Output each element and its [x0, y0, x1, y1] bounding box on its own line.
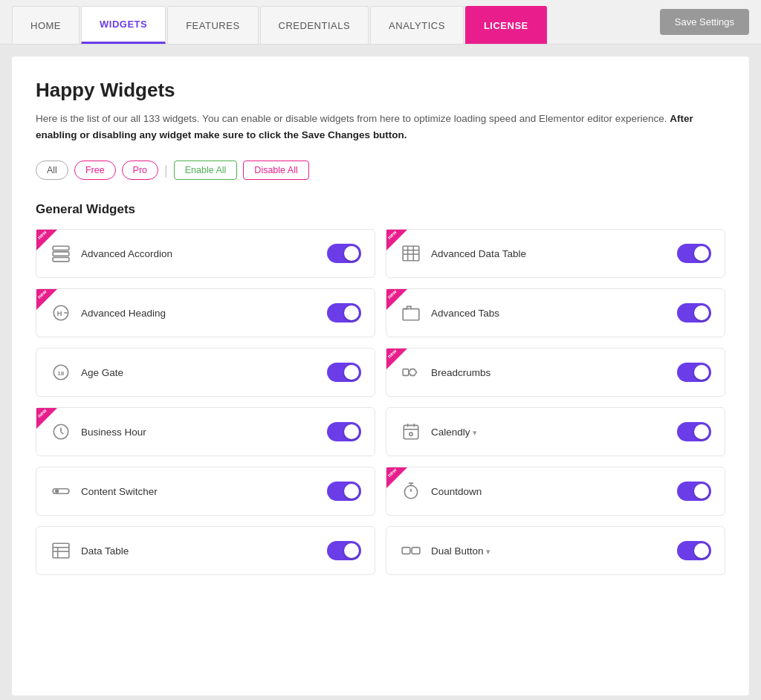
pro-badge: new [386, 230, 407, 250]
nav-tab-credentials[interactable]: CREDENTIALS [260, 6, 369, 44]
svg-rect-14 [403, 369, 409, 376]
page-description-text: Here is the list of our all 133 widgets.… [36, 113, 667, 124]
filter-free-button[interactable]: Free [74, 161, 116, 180]
disable-all-button[interactable]: Disable All [243, 161, 308, 180]
filter-row: All Free Pro | Enable All Disable All [36, 161, 725, 180]
widget-icon-content-switcher [50, 480, 72, 502]
widget-card-advanced-accordion: new Advanced Accordion [36, 229, 375, 278]
widget-card-age-gate: 18 Age Gate [36, 348, 375, 397]
nav-tab-widgets[interactable]: WIDGETS [81, 6, 166, 44]
widget-toggle-data-table[interactable] [327, 541, 361, 560]
svg-point-24 [55, 489, 59, 493]
section-heading: General Widgets [36, 202, 725, 217]
widget-card-calendly: Calendly ▾ [386, 407, 725, 456]
svg-rect-32 [402, 548, 410, 554]
widget-left-dual-button: Dual Button ▾ [400, 539, 490, 562]
widget-toggle-advanced-data-table[interactable] [677, 244, 711, 263]
pro-badge: new [36, 408, 57, 429]
svg-rect-1 [53, 252, 69, 256]
widget-card-advanced-heading: new H Advanced Heading [36, 288, 375, 337]
widget-left-calendly: Calendly ▾ [400, 421, 477, 443]
filter-divider: | [164, 163, 168, 178]
pro-badge: new [386, 467, 407, 488]
widget-left-advanced-tabs: Advanced Tabs [400, 302, 499, 324]
widget-left-advanced-data-table: Advanced Data Table [400, 242, 526, 265]
svg-rect-33 [412, 548, 420, 554]
nav-tab-features[interactable]: FEATURES [167, 6, 258, 44]
widget-toggle-age-gate[interactable] [327, 363, 361, 382]
widget-toggle-dual-button[interactable] [677, 541, 711, 560]
widget-card-breadcrumbs: new Breadcrumbs [386, 348, 725, 397]
svg-line-17 [61, 432, 63, 434]
nav-tab-analytics[interactable]: ANALYTICS [370, 6, 464, 44]
widget-toggle-calendly[interactable] [677, 422, 711, 441]
filter-pro-button[interactable]: Pro [122, 161, 158, 180]
svg-text:18: 18 [57, 371, 65, 377]
widget-name-content-switcher: Content Switcher [81, 486, 158, 497]
widget-name-advanced-heading: Advanced Heading [81, 308, 166, 319]
widget-left-data-table: Data Table [50, 539, 129, 562]
widget-name-advanced-tabs: Advanced Tabs [431, 308, 499, 319]
widget-left-countdown: Countdown [400, 480, 482, 502]
svg-point-22 [409, 432, 412, 435]
page-description: Here is the list of our all 133 widgets.… [36, 111, 725, 143]
save-settings-button[interactable]: Save Settings [660, 9, 749, 35]
widget-name-advanced-accordion: Advanced Accordion [81, 248, 172, 259]
widget-icon-dual-button [400, 539, 422, 562]
widget-name-data-table: Data Table [81, 545, 129, 557]
widget-name-dual-button: Dual Button ▾ [431, 545, 490, 557]
pro-badge: new [36, 289, 57, 310]
pro-badge: new [36, 230, 57, 250]
widget-card-advanced-tabs: new Advanced Tabs [386, 288, 725, 337]
widget-left-business-hour: Business Hour [50, 421, 146, 443]
widget-name-age-gate: Age Gate [81, 367, 123, 378]
page-title: Happy Widgets [36, 79, 725, 102]
widget-left-breadcrumbs: Breadcrumbs [400, 361, 490, 383]
widget-toggle-content-switcher[interactable] [327, 482, 361, 501]
widget-toggle-business-hour[interactable] [327, 422, 361, 441]
widget-left-advanced-accordion: Advanced Accordion [50, 242, 172, 265]
widget-toggle-advanced-tabs[interactable] [677, 303, 711, 323]
nav-tabs: HOMEWIDGETSFEATURESCREDENTIALSANALYTICSL… [12, 0, 547, 44]
svg-rect-11 [403, 309, 419, 320]
svg-rect-2 [53, 258, 69, 262]
widget-grid: new Advanced Accordion new Advanced Data… [36, 229, 725, 575]
enable-all-button[interactable]: Enable All [174, 161, 238, 180]
widget-left-content-switcher: Content Switcher [50, 480, 158, 502]
widget-card-countdown: new Countdown [386, 467, 725, 516]
pro-badge: new [386, 289, 407, 310]
widget-icon-calendly [400, 421, 422, 443]
widget-left-advanced-heading: H Advanced Heading [50, 302, 166, 324]
widget-card-dual-button: Dual Button ▾ [386, 526, 725, 575]
top-navigation: HOMEWIDGETSFEATURESCREDENTIALSANALYTICSL… [0, 0, 761, 45]
widget-name-countdown: Countdown [431, 486, 482, 497]
svg-rect-28 [53, 543, 69, 558]
filter-all-button[interactable]: All [36, 161, 68, 180]
widget-toggle-countdown[interactable] [677, 482, 711, 501]
svg-text:H: H [57, 310, 62, 318]
widget-toggle-breadcrumbs[interactable] [677, 363, 711, 382]
nav-tab-home[interactable]: HOME [12, 6, 80, 44]
widget-card-data-table: Data Table [36, 526, 375, 575]
widget-card-advanced-data-table: new Advanced Data Table [386, 229, 725, 278]
widget-name-calendly: Calendly ▾ [431, 427, 477, 438]
widget-card-content-switcher: Content Switcher [36, 467, 375, 516]
widget-name-advanced-data-table: Advanced Data Table [431, 248, 526, 259]
widget-icon-data-table [50, 539, 72, 562]
widget-name-business-hour: Business Hour [81, 427, 146, 438]
nav-tab-license[interactable]: LICENSE [465, 6, 547, 44]
app-wrapper: HOMEWIDGETSFEATURESCREDENTIALSANALYTICSL… [0, 0, 761, 700]
pro-badge: new [386, 349, 407, 369]
widget-name-breadcrumbs: Breadcrumbs [431, 367, 490, 378]
widget-toggle-advanced-accordion[interactable] [327, 244, 361, 263]
widget-toggle-advanced-heading[interactable] [327, 303, 361, 323]
widget-card-business-hour: new Business Hour [36, 407, 375, 456]
main-content: Happy Widgets Here is the list of our al… [12, 56, 749, 696]
widget-icon-age-gate: 18 [50, 361, 72, 383]
widget-left-age-gate: 18 Age Gate [50, 361, 123, 383]
